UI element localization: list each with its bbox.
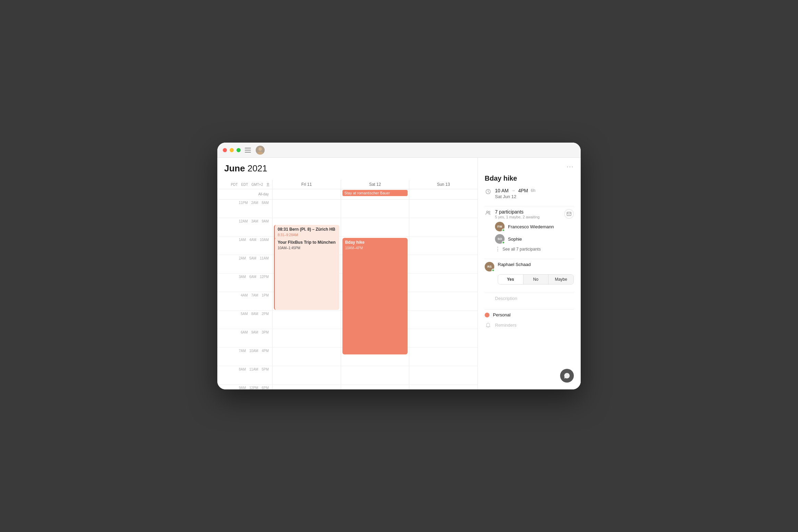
cell-fri-1am: Your FlixBus Trip to München 10AM–1:45PM xyxy=(272,237,341,255)
duration-badge: 6h xyxy=(531,188,535,193)
cell-fri-7am xyxy=(272,348,341,366)
time-row-8am: 8AM 11AM 5PM xyxy=(217,366,477,385)
reminders-label: Reminders xyxy=(495,323,517,328)
col-header-sat[interactable]: Sat 12 xyxy=(341,180,409,189)
cell-fri-12am: 08:31 Bern (Pl. 8) – Zürich HB 8:31–9:28… xyxy=(272,218,341,236)
time-grid[interactable]: 11PM 2AM 8AM 12AM 3AM 9AM xyxy=(217,200,477,389)
column-headers: PDT EDT GMT+2 ± Fri 11 Sat 12 Sun 13 xyxy=(217,180,477,189)
cell-fri-9am xyxy=(272,385,341,389)
maximize-button[interactable] xyxy=(237,148,241,152)
see-all-label: See all 7 participants xyxy=(503,247,541,252)
calendar-color-dot xyxy=(485,313,489,317)
detail-time-content: 10 AM → 4PM 6h Sat Jun 12 xyxy=(495,188,574,199)
divider-1 xyxy=(485,206,574,206)
detail-event-title: Bday hike xyxy=(485,174,574,182)
time-label-9am: 9AM 12PM 6PM xyxy=(217,385,272,389)
organizer-row: RS Raphael Schaad xyxy=(485,262,574,271)
event-bern-title: 08:31 Bern (Pl. 8) – Zürich HB xyxy=(278,227,337,232)
cell-sun-1am xyxy=(409,237,477,255)
tz-pdt: PDT xyxy=(231,183,238,186)
cell-sun-2am xyxy=(409,255,477,273)
cell-sun-9am xyxy=(409,385,477,389)
event-date: Sat Jun 12 xyxy=(495,194,574,199)
participant-avatar-sophie: SO xyxy=(495,234,505,244)
divider-2 xyxy=(485,259,574,259)
time-start: 10 AM xyxy=(495,188,509,193)
detail-time-row: 10 AM → 4PM 6h Sat Jun 12 xyxy=(485,188,574,199)
avatar xyxy=(256,146,265,155)
rsvp-yes-button[interactable]: Yes xyxy=(498,275,523,284)
bell-icon xyxy=(485,322,492,329)
time-label-2am: 2AM 5AM 11AM xyxy=(217,255,272,273)
divider-4 xyxy=(485,309,574,310)
event-flixbus-time: 10AM–1:45PM xyxy=(278,246,337,250)
allday-event-romantischer[interactable]: Stay at romantischer Bauer xyxy=(342,190,408,196)
organizer-name: Raphael Schaad xyxy=(498,262,531,267)
reminders-row: Reminders xyxy=(485,322,574,329)
title-bar xyxy=(217,143,581,158)
cell-sat-1am: Bday hike 10AM–4PM xyxy=(341,237,409,255)
rsvp-no-button[interactable]: No xyxy=(523,275,549,284)
allday-sat[interactable]: Stay at romantischer Bauer xyxy=(341,189,409,199)
time-label-6am: 6AM 9AM 3PM xyxy=(217,329,272,347)
cell-sun-11pm xyxy=(409,200,477,218)
calendar-tag-row: Personal xyxy=(485,312,574,317)
cell-fri-5am xyxy=(272,311,341,329)
time-row-11pm: 11PM 2AM 8AM xyxy=(217,200,477,218)
divider-3 xyxy=(485,293,574,293)
time-label-8am: 8AM 11AM 5PM xyxy=(217,366,272,384)
rsvp-maybe-button[interactable]: Maybe xyxy=(548,275,573,284)
allday-row: All-day Stay at romantischer Bauer xyxy=(217,189,477,200)
allday-sun xyxy=(409,189,477,199)
cell-sun-6am xyxy=(409,329,477,347)
time-row-1am: 1AM 4AM 10AM Your FlixBus Trip to Münche… xyxy=(217,237,477,255)
more-options-button[interactable]: ··· xyxy=(567,163,574,170)
add-column-button[interactable]: ± xyxy=(266,182,269,187)
participants-count: 7 participants xyxy=(495,209,561,215)
time-label-7am: 7AM 10AM 4PM xyxy=(217,348,272,366)
timezone-gutter: PDT EDT GMT+2 ± xyxy=(217,180,272,189)
cell-sun-5am xyxy=(409,311,477,329)
time-label-5am: 5AM 8AM 2PM xyxy=(217,311,272,329)
time-label-12am: 12AM 3AM 9AM xyxy=(217,218,272,236)
col-header-sun[interactable]: Sun 13 xyxy=(409,180,477,189)
cell-sun-8am xyxy=(409,366,477,384)
tz-edt: EDT xyxy=(241,183,248,186)
cell-sun-4am xyxy=(409,292,477,310)
cell-fri-8am xyxy=(272,366,341,384)
cell-fri-11pm xyxy=(272,200,341,218)
detail-participants-row: 7 participants 5 yes, 1 maybe, 2 awaitin… xyxy=(485,209,574,219)
time-end: 4PM xyxy=(518,188,528,193)
event-flixbus[interactable]: Your FlixBus Trip to München 10AM–1:45PM xyxy=(274,238,339,310)
email-participants-button[interactable] xyxy=(564,209,574,219)
rsvp-buttons: Yes No Maybe xyxy=(498,274,574,285)
svg-rect-6 xyxy=(567,212,571,216)
event-bern-time: 8:31–9:28AM xyxy=(278,233,337,237)
participant-status-dot-sophie xyxy=(502,241,505,244)
people-icon xyxy=(485,209,492,216)
svg-point-5 xyxy=(489,211,490,213)
arrow-icon: → xyxy=(511,188,516,193)
calendar-section: June 2021 PDT EDT GMT+2 ± Fri 11 Sat 12 … xyxy=(217,158,478,389)
participants-info: 7 participants 5 yes, 1 maybe, 2 awaitin… xyxy=(495,209,561,219)
panel-topbar: ··· xyxy=(485,163,574,170)
see-all-participants-button[interactable]: ⋮ See all 7 participants xyxy=(495,246,574,252)
sidebar-toggle-button[interactable] xyxy=(245,148,251,153)
participant-row-francesco: FW Francesco Wiedemann xyxy=(495,222,574,231)
allday-label: All-day xyxy=(217,189,272,199)
chat-fab-button[interactable] xyxy=(560,369,574,383)
calendar-name: Personal xyxy=(493,312,510,317)
cell-sat-12am xyxy=(341,218,409,236)
minimize-button[interactable] xyxy=(230,148,234,152)
clock-icon xyxy=(485,188,492,195)
svg-point-4 xyxy=(487,211,488,213)
close-button[interactable] xyxy=(223,148,227,152)
time-label-11pm: 11PM 2AM 8AM xyxy=(217,200,272,218)
time-label-1am: 1AM 4AM 10AM xyxy=(217,237,272,255)
time-range: 10 AM → 4PM 6h xyxy=(495,188,574,193)
col-header-fri[interactable]: Fri 11 xyxy=(272,180,341,189)
participant-row-sophie: SO Sophie xyxy=(495,234,574,244)
main-content: June 2021 PDT EDT GMT+2 ± Fri 11 Sat 12 … xyxy=(217,158,581,389)
participant-name-sophie: Sophie xyxy=(508,237,522,242)
event-bday[interactable]: Bday hike 10AM–4PM xyxy=(342,238,408,354)
